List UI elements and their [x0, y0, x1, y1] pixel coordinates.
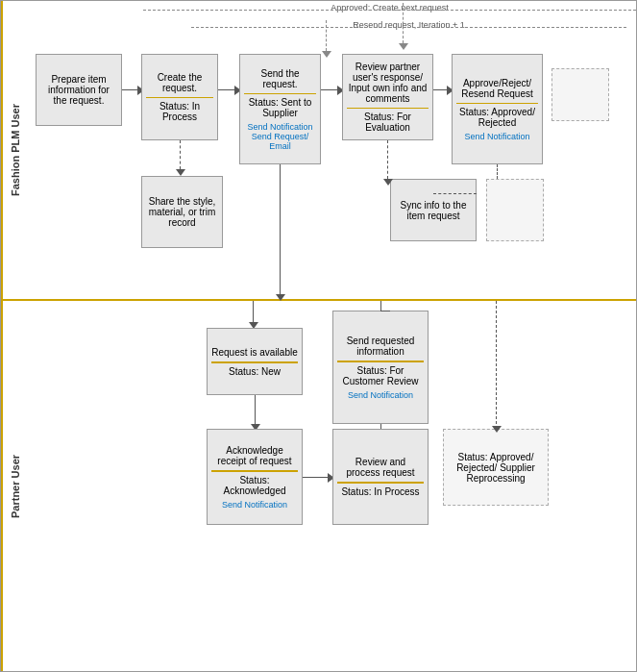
sync-dashed-box	[486, 179, 544, 241]
status-approved-box: Status: Approved/ Rejected/ Supplier Rep…	[443, 429, 549, 506]
resend-arrow	[322, 51, 331, 58]
connector-h	[380, 311, 390, 311]
approve-box: Approve/Reject/ Resend Request Status: A…	[452, 54, 543, 164]
approve-notification-link[interactable]: Send Notification	[456, 132, 538, 141]
share-box: Share the style, material, or trim recor…	[141, 176, 223, 248]
send-box: Send the request. Status: Sent to Suppli…	[239, 54, 321, 164]
send-request-link[interactable]: Send Request/ Email	[244, 132, 316, 151]
arrow-review-sync-v	[387, 140, 388, 179]
top-section: Fashion PLM User Approved: Create next r…	[1, 1, 636, 301]
sync-box: Sync info to the item request	[390, 179, 477, 241]
create-box: Create the request. Status: In Process	[141, 54, 218, 140]
arrow-create-share-v	[180, 140, 181, 169]
top-lane-label: Fashion PLM User	[1, 1, 28, 299]
arrow-available-ack-v	[255, 395, 256, 424]
arrow-top-available-v	[253, 301, 254, 322]
send-status: Status: Sent to Supplier	[244, 93, 316, 118]
arrow-sync-review-h	[433, 193, 477, 194]
approved-arrow	[399, 43, 408, 50]
arrow-sendinfo-top-v	[380, 301, 381, 311]
review-process-status: Status: In Process	[337, 482, 424, 497]
resend-label: Resend request, Iteration + 1	[191, 20, 626, 34]
resend-down-line	[326, 20, 327, 51]
approved-down-line	[403, 3, 404, 43]
send-info-box: Send requested information Status: For C…	[332, 311, 429, 424]
bottom-section: Partner User Request is available Status…	[1, 301, 636, 671]
arrowhead-send-down	[276, 294, 285, 301]
send-info-status: Status: For Customer Review	[337, 361, 424, 386]
arrow-approve-down	[497, 164, 498, 179]
arrow-send-down	[280, 164, 281, 294]
acknowledge-box: Acknowledge receipt of request Status: A…	[207, 429, 303, 525]
send-info-notification-link[interactable]: Send Notification	[337, 390, 424, 400]
arrowhead-create-share	[176, 169, 185, 176]
send-notification-link[interactable]: Send Notification	[244, 122, 316, 132]
arrow-top-statusapproved-v	[496, 301, 497, 429]
bottom-lane-content: Request is available Status: New Acknowl…	[28, 301, 636, 671]
review-partner-box: Review partner user's response/ Input ow…	[342, 54, 433, 140]
diagram-container: Fashion PLM User Approved: Create next r…	[0, 0, 637, 672]
available-status: Status: New	[211, 361, 298, 377]
arrowhead-top-statusapproved	[492, 426, 502, 433]
approve-dashed-box	[551, 68, 609, 121]
prepare-box: Prepare item information for the request…	[36, 54, 122, 126]
review-partner-status: Status: For Evaluation	[347, 108, 429, 133]
bottom-lane-label: Partner User	[1, 301, 28, 671]
acknowledge-status: Status: Acknowledged	[211, 470, 298, 496]
approved-label: Approved: Create next request	[143, 3, 636, 16]
create-status: Status: In Process	[146, 97, 213, 122]
arrowhead-review-sync	[383, 179, 393, 186]
available-box: Request is available Status: New	[207, 328, 303, 395]
top-lane-content: Approved: Create next request Resend req…	[28, 1, 636, 299]
acknowledge-notification-link[interactable]: Send Notification	[211, 500, 298, 510]
approve-status: Status: Approved/ Rejected	[456, 103, 538, 128]
review-process-box: Review and process request Status: In Pr…	[332, 429, 429, 525]
